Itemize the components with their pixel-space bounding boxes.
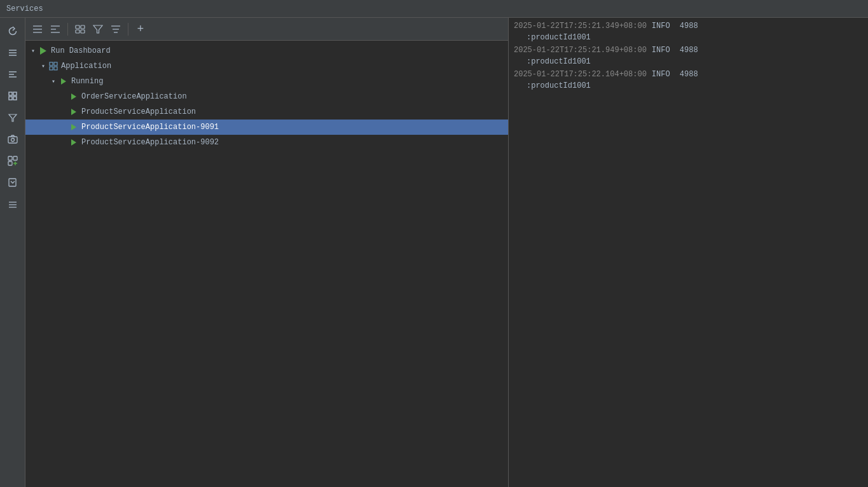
tree-label-order-service: OrderServiceApplication	[81, 92, 187, 101]
tree-item-running[interactable]: Running	[25, 74, 508, 89]
layout-icon[interactable]	[3, 195, 22, 214]
run-icon-product-9092	[69, 137, 79, 147]
run-icon-dashboard	[38, 46, 48, 56]
svg-rect-15	[8, 161, 12, 165]
tree-label-product-service-9092: ProductServiceApplication-9092	[81, 138, 219, 147]
services-panel: + Run Dashboard	[25, 18, 509, 487]
title-label: Services	[6, 4, 43, 13]
tree-label-application: Application	[61, 62, 111, 71]
group-icon[interactable]	[3, 86, 22, 106]
svg-rect-27	[81, 25, 85, 29]
filter-icon[interactable]	[3, 108, 22, 127]
log-timestamp-2: 2025-01-22T17:25:22.104+08:00	[514, 69, 647, 80]
svg-rect-34	[50, 62, 53, 65]
svg-rect-11	[8, 137, 17, 143]
refresh-icon[interactable]	[3, 22, 22, 41]
tree-item-run-dashboard[interactable]: Run Dashboard	[25, 43, 508, 58]
svg-rect-36	[50, 67, 53, 70]
log-level-0: INFO	[652, 20, 675, 32]
log-continuation-1: :productId1001	[514, 56, 591, 67]
tree-item-product-service-9091[interactable]: ProductServiceApplication-9091	[25, 120, 508, 135]
tree-item-application[interactable]: Application	[25, 58, 508, 74]
svg-marker-10	[9, 114, 17, 121]
expand-arrow-running[interactable]	[48, 78, 59, 85]
run-icon-product-9091	[69, 122, 79, 132]
svg-rect-28	[76, 30, 79, 33]
log-level-1: INFO	[652, 45, 675, 56]
svg-rect-14	[13, 156, 17, 160]
svg-rect-6	[9, 92, 12, 95]
run-icon-product	[69, 107, 79, 117]
svg-rect-8	[9, 97, 12, 100]
run-icon-order	[69, 92, 79, 102]
svg-rect-26	[76, 25, 79, 29]
expand-arrow-run-dashboard[interactable]	[28, 47, 38, 55]
log-continuation-0: :productId1001	[514, 32, 591, 43]
back-icon[interactable]	[3, 173, 22, 192]
add-service-button[interactable]: +	[132, 21, 149, 38]
tree-item-product-service-9092[interactable]: ProductServiceApplication-9092	[25, 135, 508, 150]
camera-icon[interactable]	[3, 130, 22, 149]
left-toolbar	[0, 18, 25, 487]
group-by-button[interactable]	[72, 21, 88, 38]
svg-marker-30	[93, 25, 102, 33]
log-continuation-2: :productId1001	[514, 80, 591, 92]
collapse-all-button[interactable]	[29, 21, 46, 38]
svg-rect-9	[13, 97, 17, 100]
svg-rect-37	[54, 67, 57, 70]
log-panel[interactable]: 2025-01-22T17:25:21.349+08:00 INFO 4988 …	[509, 18, 868, 487]
log-thread-1: 4988	[680, 45, 698, 56]
tree-label-product-service-9091: ProductServiceApplication-9091	[81, 123, 219, 132]
log-thread-0: 4988	[680, 20, 698, 32]
sort-button[interactable]	[107, 21, 124, 38]
svg-point-12	[11, 139, 14, 142]
tree-label-product-service: ProductServiceApplication	[81, 107, 196, 116]
svg-rect-13	[8, 156, 12, 160]
collapse-icon[interactable]	[3, 43, 22, 62]
log-level-2: INFO	[652, 69, 675, 80]
services-tree: Run Dashboard Application	[25, 41, 508, 487]
tree-item-order-service[interactable]: OrderServiceApplication	[25, 89, 508, 104]
svg-rect-35	[54, 62, 57, 65]
svg-rect-29	[81, 30, 85, 33]
log-entry-1: 2025-01-22T17:25:21.949+08:00 INFO 4988 …	[514, 45, 863, 67]
expand-icon[interactable]	[3, 65, 22, 84]
log-timestamp-0: 2025-01-22T17:25:21.349+08:00	[514, 20, 647, 32]
log-entry-0: 2025-01-22T17:25:21.349+08:00 INFO 4988 …	[514, 20, 863, 43]
title-bar: Services	[0, 0, 868, 18]
tree-label-run-dashboard: Run Dashboard	[51, 46, 111, 55]
tree-label-running: Running	[71, 77, 103, 86]
run-icon-running	[59, 76, 69, 86]
log-timestamp-1: 2025-01-22T17:25:21.949+08:00	[514, 45, 647, 56]
svg-rect-7	[13, 92, 17, 95]
tree-item-product-service[interactable]: ProductServiceApplication	[25, 104, 508, 120]
expand-arrow-application[interactable]	[38, 62, 48, 70]
plugins-icon[interactable]	[3, 151, 22, 170]
services-toolbar: +	[25, 18, 508, 41]
expand-all-button[interactable]	[47, 21, 64, 38]
log-thread-2: 4988	[680, 69, 698, 80]
filter-button[interactable]	[90, 21, 106, 38]
log-entry-2: 2025-01-22T17:25:22.104+08:00 INFO 4988 …	[514, 69, 863, 92]
app-icon	[48, 61, 59, 71]
